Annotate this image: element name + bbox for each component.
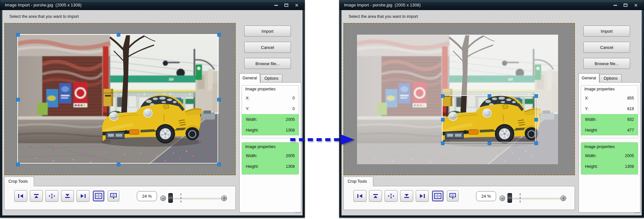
- close-button[interactable]: ✕: [631, 2, 641, 9]
- prop-row-width: Width:2005: [581, 150, 638, 161]
- selection-layer: [18, 35, 219, 164]
- maximize-button[interactable]: [281, 2, 292, 9]
- fit-selection-toggle[interactable]: [93, 190, 104, 202]
- fit-selection-toggle[interactable]: [432, 190, 444, 202]
- prop-row-height: Height:477: [581, 125, 638, 135]
- image-canvas[interactable]: [4, 23, 236, 175]
- import-button[interactable]: Import: [583, 26, 630, 37]
- browse-file-button[interactable]: Browse file...: [244, 58, 291, 69]
- browse-file-button[interactable]: Browse file...: [583, 58, 630, 69]
- instruction-label: Select the area that you want to import: [9, 14, 79, 19]
- prop-row-x: X:855: [581, 93, 638, 103]
- selection-handle[interactable]: [217, 98, 221, 101]
- selection-properties-group: Image properties X:855 Y:619 Width:932 H…: [581, 85, 638, 138]
- align-top-button[interactable]: [30, 190, 43, 202]
- maximize-icon: [284, 4, 288, 7]
- go-last-button[interactable]: [77, 190, 89, 202]
- prop-row-y: Y:0: [242, 103, 299, 114]
- align-bottom-button[interactable]: [61, 190, 74, 202]
- zoom-out-button[interactable]: –: [499, 195, 505, 201]
- client-area: Select the area that you want to import …: [2, 10, 303, 215]
- move-center-button[interactable]: [45, 190, 58, 202]
- selection-handle[interactable]: [117, 163, 120, 166]
- dimmed-area: [357, 143, 558, 164]
- selection-handle[interactable]: [441, 94, 445, 98]
- window-title: Image Import - porshe.jpg (2005 x 1308): [5, 3, 81, 7]
- align-bottom-button[interactable]: [400, 190, 413, 202]
- maximize-icon: [624, 4, 627, 7]
- client-area: Select the area that you want to import …: [341, 10, 642, 215]
- zoom-in-button[interactable]: +: [560, 195, 566, 201]
- selection-handle[interactable]: [217, 163, 221, 166]
- import-button[interactable]: Import: [244, 26, 291, 37]
- crop-to-selection-toggle[interactable]: [447, 190, 459, 202]
- titlebar[interactable]: Image Import - porshe.jpg (2005 x 1308) …: [0, 0, 304, 10]
- screenshot-stage: Image Import - porshe.jpg (2005 x 1308) …: [0, 0, 644, 219]
- go-first-button[interactable]: [353, 190, 366, 202]
- close-button[interactable]: ✕: [292, 2, 302, 9]
- zoom-value-box[interactable]: 24 %: [137, 191, 157, 201]
- titlebar[interactable]: Image Import - porshe.jpg (2005 x 1308) …: [340, 0, 644, 10]
- selection-handle[interactable]: [16, 98, 20, 101]
- crop-tools-tab[interactable]: Crop Tools: [343, 177, 373, 186]
- crop-to-selection-toggle[interactable]: [108, 190, 119, 202]
- instruction-label: Select the area that you want to import: [349, 14, 418, 19]
- zoom-slider-track[interactable]: [508, 198, 561, 199]
- selection-handle[interactable]: [441, 118, 445, 121]
- minimize-button[interactable]: [610, 2, 620, 9]
- crop-toolbar: 24 % – +: [4, 186, 236, 210]
- selection-properties-group: Image properties X:0 Y:0 Width:2005 Heig…: [242, 85, 299, 138]
- group-title: Image properties: [581, 86, 638, 93]
- photo-porsche[interactable]: [357, 35, 558, 164]
- prop-row-width: Width:2005: [242, 114, 299, 125]
- crop-tools-tab[interactable]: Crop Tools: [4, 177, 34, 186]
- move-center-button[interactable]: [385, 190, 398, 202]
- selection-handle[interactable]: [534, 142, 538, 145]
- image-import-window-right: Image Import - porshe.jpg (2005 x 1308) …: [339, 0, 644, 218]
- crop-toolbar: 24 % – +: [343, 186, 575, 210]
- selection-handle[interactable]: [117, 33, 120, 37]
- selection-layer: [357, 35, 558, 164]
- zoom-value-box[interactable]: 24 %: [476, 191, 496, 201]
- prop-row-height: Height:1308: [242, 161, 299, 172]
- selection-handle[interactable]: [488, 142, 491, 145]
- image-canvas[interactable]: [343, 23, 575, 175]
- zoom-slider-thumb[interactable]: [168, 193, 173, 203]
- selection-handle[interactable]: [488, 94, 491, 98]
- tab-options[interactable]: Options: [600, 74, 622, 83]
- dimmed-area: [357, 35, 558, 96]
- align-top-button[interactable]: [369, 190, 382, 202]
- general-tab-page: Image properties X:855 Y:619 Width:932 H…: [578, 82, 640, 213]
- crop-selection[interactable]: [442, 95, 535, 143]
- zoom-slider-track[interactable]: [169, 198, 222, 199]
- cancel-button[interactable]: Cancel: [583, 42, 630, 53]
- cancel-button[interactable]: Cancel: [244, 42, 291, 53]
- zoom-out-button[interactable]: –: [160, 195, 166, 201]
- selection-handle[interactable]: [534, 118, 538, 121]
- selection-handle[interactable]: [16, 163, 20, 166]
- zoom-slider-thumb[interactable]: [507, 193, 512, 203]
- tab-general[interactable]: General: [239, 73, 260, 83]
- transition-arrow: [290, 133, 356, 146]
- selection-handle[interactable]: [441, 142, 445, 145]
- minimize-icon: [614, 5, 617, 6]
- tab-general[interactable]: General: [578, 73, 599, 83]
- tab-options[interactable]: Options: [260, 74, 282, 83]
- zoom-in-button[interactable]: +: [221, 195, 227, 201]
- selection-handle[interactable]: [534, 94, 538, 98]
- dimmed-area: [536, 96, 558, 143]
- go-last-button[interactable]: [416, 190, 429, 202]
- maximize-button[interactable]: [620, 2, 631, 9]
- selection-handle[interactable]: [217, 33, 221, 37]
- image-properties-group: Image properties Width:2005 Height:1308: [242, 142, 299, 175]
- zoom-slider-tick: [520, 193, 520, 202]
- photo-porsche[interactable]: [18, 35, 219, 164]
- selection-handle[interactable]: [16, 33, 20, 37]
- group-title: Image properties: [242, 86, 299, 93]
- image-properties-group: Image properties Width:2005 Height:1308: [581, 142, 638, 175]
- general-tab-page: Image properties X:0 Y:0 Width:2005 Heig…: [239, 82, 301, 213]
- prop-row-width: Width:2005: [242, 150, 299, 161]
- minimize-button[interactable]: [271, 2, 281, 9]
- crop-selection[interactable]: [17, 34, 218, 164]
- go-first-button[interactable]: [14, 190, 27, 202]
